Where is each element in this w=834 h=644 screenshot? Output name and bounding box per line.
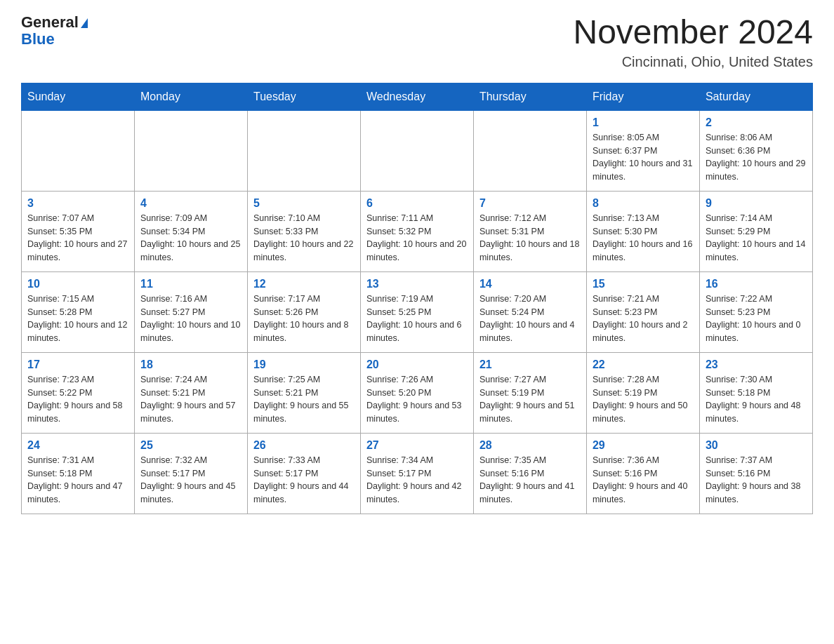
day-number: 19 [253,358,355,371]
title-area: November 2024 Cincinnati, Ohio, United S… [573,14,813,70]
day-info: Sunrise: 7:22 AMSunset: 5:23 PMDaylight:… [706,293,807,345]
day-number: 10 [27,278,128,290]
location-text: Cincinnati, Ohio, United States [573,54,813,70]
calendar-week-row: 3Sunrise: 7:07 AMSunset: 5:35 PMDaylight… [22,191,813,271]
calendar-day-cell: 11Sunrise: 7:16 AMSunset: 5:27 PMDayligh… [134,271,247,352]
day-info: Sunrise: 7:37 AMSunset: 5:16 PMDaylight:… [706,454,807,507]
calendar-day-cell [473,110,586,191]
calendar-day-cell: 19Sunrise: 7:25 AMSunset: 5:21 PMDayligh… [247,352,360,433]
logo-general-text: General [21,13,79,31]
day-info: Sunrise: 7:09 AMSunset: 5:34 PMDaylight:… [140,212,241,264]
logo-triangle-icon [81,18,88,28]
calendar-table: SundayMondayTuesdayWednesdayThursdayFrid… [21,83,813,514]
day-of-week-header: Monday [134,83,247,110]
day-info: Sunrise: 7:30 AMSunset: 5:18 PMDaylight:… [706,373,807,426]
day-number: 23 [706,358,807,371]
calendar-day-cell: 28Sunrise: 7:35 AMSunset: 5:16 PMDayligh… [473,433,586,514]
day-info: Sunrise: 7:10 AMSunset: 5:33 PMDaylight:… [253,212,355,264]
day-number: 13 [366,278,468,290]
calendar-day-cell: 2Sunrise: 8:06 AMSunset: 6:36 PMDaylight… [699,110,812,191]
day-info: Sunrise: 7:13 AMSunset: 5:30 PMDaylight:… [593,212,694,264]
calendar-day-cell: 30Sunrise: 7:37 AMSunset: 5:16 PMDayligh… [699,433,812,514]
calendar-day-cell: 10Sunrise: 7:15 AMSunset: 5:28 PMDayligh… [22,271,135,352]
calendar-day-cell: 20Sunrise: 7:26 AMSunset: 5:20 PMDayligh… [360,352,473,433]
day-of-week-header: Sunday [22,83,135,110]
day-number: 22 [593,358,694,371]
day-info: Sunrise: 7:20 AMSunset: 5:24 PMDaylight:… [479,293,581,345]
calendar-body: 1Sunrise: 8:05 AMSunset: 6:37 PMDaylight… [22,110,813,514]
day-number: 21 [479,358,581,371]
day-number: 20 [366,358,468,371]
day-number: 6 [366,197,468,210]
calendar-day-cell: 12Sunrise: 7:17 AMSunset: 5:26 PMDayligh… [247,271,360,352]
day-info: Sunrise: 7:19 AMSunset: 5:25 PMDaylight:… [366,293,468,345]
day-number: 2 [706,116,807,129]
day-number: 25 [140,439,241,452]
calendar-day-cell: 23Sunrise: 7:30 AMSunset: 5:18 PMDayligh… [699,352,812,433]
calendar-day-cell: 3Sunrise: 7:07 AMSunset: 5:35 PMDaylight… [22,191,135,271]
day-number: 14 [479,278,581,290]
day-number: 3 [27,197,128,210]
day-number: 16 [706,278,807,290]
day-info: Sunrise: 7:36 AMSunset: 5:16 PMDaylight:… [593,454,694,507]
day-of-week-header: Friday [586,83,699,110]
day-number: 18 [140,358,241,371]
day-number: 7 [479,197,581,210]
day-number: 8 [593,197,694,210]
calendar-day-cell [22,110,135,191]
calendar-day-cell: 18Sunrise: 7:24 AMSunset: 5:21 PMDayligh… [134,352,247,433]
calendar-day-cell: 26Sunrise: 7:33 AMSunset: 5:17 PMDayligh… [247,433,360,514]
logo-bottom-row: Blue [21,31,55,48]
month-title: November 2024 [573,14,813,51]
day-info: Sunrise: 7:31 AMSunset: 5:18 PMDaylight:… [27,454,128,507]
day-number: 4 [140,197,241,210]
day-info: Sunrise: 7:16 AMSunset: 5:27 PMDaylight:… [140,293,241,345]
day-number: 29 [593,439,694,452]
day-number: 27 [366,439,468,452]
day-info: Sunrise: 7:15 AMSunset: 5:28 PMDaylight:… [27,293,128,345]
logo-blue-text: Blue [21,30,55,48]
day-info: Sunrise: 7:26 AMSunset: 5:20 PMDaylight:… [366,373,468,426]
calendar-day-cell: 22Sunrise: 7:28 AMSunset: 5:19 PMDayligh… [586,352,699,433]
calendar-day-cell: 13Sunrise: 7:19 AMSunset: 5:25 PMDayligh… [360,271,473,352]
logo-top-row: General [21,14,88,31]
day-info: Sunrise: 7:12 AMSunset: 5:31 PMDaylight:… [479,212,581,264]
day-number: 5 [253,197,355,210]
calendar-week-row: 1Sunrise: 8:05 AMSunset: 6:37 PMDaylight… [22,110,813,191]
calendar-week-row: 10Sunrise: 7:15 AMSunset: 5:28 PMDayligh… [22,271,813,352]
day-number: 26 [253,439,355,452]
day-info: Sunrise: 7:32 AMSunset: 5:17 PMDaylight:… [140,454,241,507]
day-number: 24 [27,439,128,452]
day-number: 17 [27,358,128,371]
day-info: Sunrise: 7:21 AMSunset: 5:23 PMDaylight:… [593,293,694,345]
calendar-day-cell [134,110,247,191]
day-of-week-header: Saturday [699,83,812,110]
day-info: Sunrise: 7:23 AMSunset: 5:22 PMDaylight:… [27,373,128,426]
calendar-week-row: 17Sunrise: 7:23 AMSunset: 5:22 PMDayligh… [22,352,813,433]
calendar-day-cell: 4Sunrise: 7:09 AMSunset: 5:34 PMDaylight… [134,191,247,271]
day-number: 1 [593,116,694,129]
header-row: SundayMondayTuesdayWednesdayThursdayFrid… [22,83,813,110]
calendar-day-cell: 5Sunrise: 7:10 AMSunset: 5:33 PMDaylight… [247,191,360,271]
calendar-day-cell [360,110,473,191]
calendar-day-cell: 21Sunrise: 7:27 AMSunset: 5:19 PMDayligh… [473,352,586,433]
calendar-week-row: 24Sunrise: 7:31 AMSunset: 5:18 PMDayligh… [22,433,813,514]
calendar-day-cell: 16Sunrise: 7:22 AMSunset: 5:23 PMDayligh… [699,271,812,352]
calendar-day-cell [247,110,360,191]
day-number: 12 [253,278,355,290]
day-of-week-header: Tuesday [247,83,360,110]
calendar-day-cell: 29Sunrise: 7:36 AMSunset: 5:16 PMDayligh… [586,433,699,514]
calendar-day-cell: 27Sunrise: 7:34 AMSunset: 5:17 PMDayligh… [360,433,473,514]
day-info: Sunrise: 8:05 AMSunset: 6:37 PMDaylight:… [593,131,694,184]
day-of-week-header: Thursday [473,83,586,110]
calendar-day-cell: 9Sunrise: 7:14 AMSunset: 5:29 PMDaylight… [699,191,812,271]
calendar-day-cell: 1Sunrise: 8:05 AMSunset: 6:37 PMDaylight… [586,110,699,191]
calendar-day-cell: 25Sunrise: 7:32 AMSunset: 5:17 PMDayligh… [134,433,247,514]
day-info: Sunrise: 7:35 AMSunset: 5:16 PMDaylight:… [479,454,581,507]
calendar-header: SundayMondayTuesdayWednesdayThursdayFrid… [22,83,813,110]
day-number: 9 [706,197,807,210]
day-info: Sunrise: 7:17 AMSunset: 5:26 PMDaylight:… [253,293,355,345]
day-info: Sunrise: 7:34 AMSunset: 5:17 PMDaylight:… [366,454,468,507]
calendar-day-cell: 14Sunrise: 7:20 AMSunset: 5:24 PMDayligh… [473,271,586,352]
day-of-week-header: Wednesday [360,83,473,110]
